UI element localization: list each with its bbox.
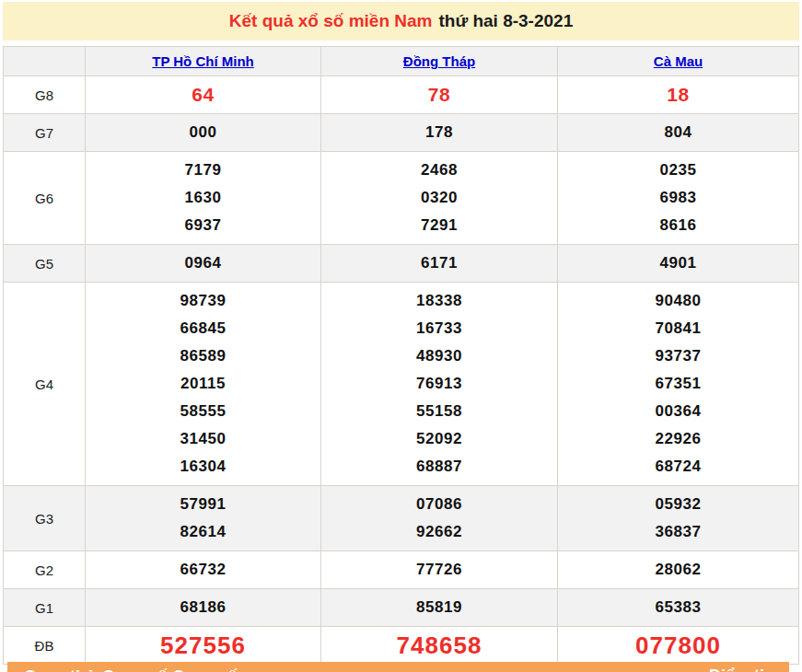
result-cell: 023569838616 <box>558 152 799 245</box>
result-cell: 98739668458658920115585553145016304 <box>86 283 321 486</box>
result-number: 000 <box>86 119 320 146</box>
result-cell: 28062 <box>558 551 799 589</box>
prize-row-G8: G8647818 <box>4 76 799 114</box>
result-number: 8616 <box>558 212 798 239</box>
result-number: 52092 <box>321 425 557 453</box>
prize-label: G4 <box>4 283 86 486</box>
footer-bar: Quay thử Quay số Quay số Điểm tin <box>7 662 789 672</box>
result-number: 55158 <box>321 398 557 425</box>
prize-label: G2 <box>4 551 86 589</box>
result-cell: 4901 <box>558 245 799 283</box>
column-link-1[interactable]: TP Hồ Chí Minh <box>152 53 254 69</box>
result-number: 58555 <box>86 398 320 425</box>
result-number: 077800 <box>558 631 798 659</box>
result-number: 66732 <box>86 556 320 584</box>
result-cell: 0708692662 <box>321 486 558 551</box>
result-number: 57991 <box>86 491 320 518</box>
result-number: 7291 <box>321 212 557 239</box>
prize-row-G4: G498739668458658920115585553145016304183… <box>4 283 799 486</box>
prize-row-G1: G1681868581965383 <box>4 589 799 627</box>
result-number: 92662 <box>321 518 557 546</box>
result-number: 82614 <box>86 518 320 546</box>
result-number: 90480 <box>558 287 798 315</box>
result-number: 28062 <box>558 556 798 584</box>
result-number: 98739 <box>86 287 320 315</box>
result-number: 68186 <box>86 594 320 621</box>
prize-row-ĐB: ĐB527556748658077800 <box>4 627 799 665</box>
result-cell: 246803207291 <box>321 152 558 245</box>
result-cell: 000 <box>86 114 321 152</box>
result-number: 178 <box>321 119 557 146</box>
prize-label: G8 <box>4 76 86 114</box>
result-cell: 18338167334893076913551585209268887 <box>321 283 558 486</box>
result-number: 7179 <box>86 156 320 184</box>
result-number: 86589 <box>86 342 320 370</box>
corner-cell <box>4 47 86 76</box>
result-cell: 5799182614 <box>86 486 321 551</box>
result-number: 1630 <box>86 184 320 212</box>
page-title-date: thứ hai 8-3-2021 <box>438 11 573 31</box>
result-number: 4901 <box>558 249 798 277</box>
prize-row-G5: G5096461714901 <box>4 245 799 283</box>
result-cell: 077800 <box>558 627 799 665</box>
result-number: 0320 <box>321 184 557 212</box>
prize-row-G6: G6717916306937246803207291023569838616 <box>4 152 799 245</box>
result-number: 16304 <box>86 453 320 481</box>
column-header: TP Hồ Chí Minh <box>86 47 321 76</box>
result-number: 6171 <box>321 249 557 277</box>
footer-right-link[interactable]: Điểm tin <box>709 666 774 672</box>
result-cell: 6171 <box>321 245 558 283</box>
result-number: 48930 <box>321 342 557 370</box>
result-number: 76913 <box>321 370 557 398</box>
lottery-results-page: Kết quả xổ số miền Nam thứ hai 8-3-2021 … <box>0 0 802 672</box>
page-title: Kết quả xổ số miền Nam <box>229 11 433 31</box>
result-cell: 804 <box>558 114 799 152</box>
result-number: 70841 <box>558 315 798 342</box>
result-number: 31450 <box>86 425 320 453</box>
prize-label: G6 <box>4 152 86 245</box>
result-cell: 64 <box>86 76 321 114</box>
result-number: 0235 <box>558 156 798 184</box>
footer-left-link[interactable]: Quay thử Quay số Quay số <box>24 667 238 672</box>
result-cell: 78 <box>321 76 558 114</box>
result-number: 68724 <box>558 453 798 481</box>
result-cell: 717916306937 <box>86 152 321 245</box>
column-link-3[interactable]: Cà Mau <box>654 53 703 69</box>
result-number: 804 <box>558 119 798 146</box>
result-cell: 68186 <box>86 589 321 627</box>
result-number: 527556 <box>86 631 320 659</box>
column-link-2[interactable]: Đồng Tháp <box>403 53 475 69</box>
result-number: 78 <box>321 81 557 109</box>
result-number: 6937 <box>86 212 320 239</box>
result-number: 05932 <box>558 491 798 518</box>
result-number: 66845 <box>86 315 320 342</box>
prize-label: ĐB <box>4 627 86 665</box>
column-header: Cà Mau <box>558 47 799 76</box>
prize-label: G3 <box>4 486 86 551</box>
result-number: 6983 <box>558 184 798 212</box>
result-cell: 0964 <box>86 245 321 283</box>
result-number: 07086 <box>321 491 557 518</box>
prize-row-G2: G2667327772628062 <box>4 551 799 589</box>
result-cell: 527556 <box>86 627 321 665</box>
result-cell: 90480708419373767351003642292668724 <box>558 283 799 486</box>
result-cell: 748658 <box>321 627 558 665</box>
result-number: 00364 <box>558 398 798 425</box>
result-number: 68887 <box>321 453 557 481</box>
prize-label: G7 <box>4 114 86 152</box>
result-cell: 85819 <box>321 589 558 627</box>
prize-label: G5 <box>4 245 86 283</box>
result-cell: 0593236837 <box>558 486 799 551</box>
result-cell: 77726 <box>321 551 558 589</box>
result-cell: 65383 <box>558 589 799 627</box>
title-banner: Kết quả xổ số miền Nam thứ hai 8-3-2021 <box>3 2 799 41</box>
result-number: 16733 <box>321 315 557 342</box>
results-table: TP Hồ Chí MinhĐồng ThápCà Mau G8647818G7… <box>3 46 799 665</box>
result-number: 0964 <box>86 249 320 277</box>
result-cell: 178 <box>321 114 558 152</box>
result-cell: 18 <box>558 76 799 114</box>
result-number: 22926 <box>558 425 798 453</box>
result-number: 67351 <box>558 370 798 398</box>
result-number: 18338 <box>321 287 557 315</box>
prize-label: G1 <box>4 589 86 627</box>
